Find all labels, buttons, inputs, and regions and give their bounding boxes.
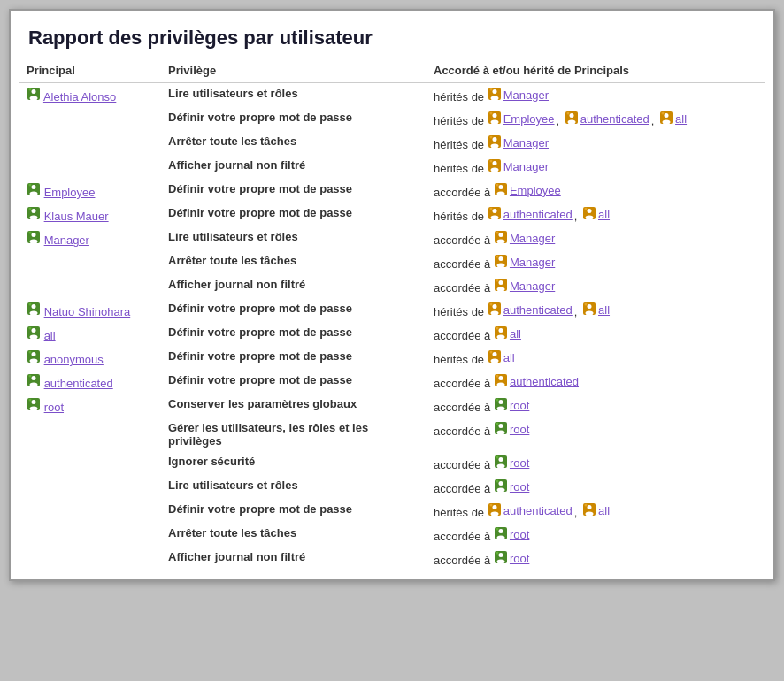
privilege-cell: Définir votre propre mot de passe xyxy=(161,370,427,394)
svg-point-131 xyxy=(496,528,498,531)
granted-link[interactable]: Manager xyxy=(503,88,549,102)
table-row: Afficher journal non filtréaccordée à ro… xyxy=(19,547,765,570)
granted-link[interactable]: Manager xyxy=(503,160,549,173)
privilege-text: Définir votre propre mot de passe xyxy=(168,182,352,195)
granted-link[interactable]: root xyxy=(510,423,529,436)
granted-link[interactable]: authenticated xyxy=(503,504,573,517)
granted-link[interactable]: Manager xyxy=(510,232,555,245)
granted-prefix: accordée à xyxy=(434,554,494,567)
svg-point-94 xyxy=(30,383,38,387)
granted-link[interactable]: root xyxy=(510,399,529,412)
svg-point-85 xyxy=(32,352,36,356)
svg-point-3 xyxy=(29,88,32,91)
granted-prefix: hérités de xyxy=(434,90,488,103)
svg-point-42 xyxy=(490,216,498,220)
table-row: Ignorer sécuritéaccordée à root xyxy=(19,451,765,475)
granted-link[interactable]: Manager xyxy=(510,256,555,269)
granted-link[interactable]: root xyxy=(510,528,529,541)
principal-link[interactable]: Alethia Alonso xyxy=(43,90,116,103)
granted-link[interactable]: root xyxy=(510,480,529,494)
principal-link[interactable]: Natuo Shinohara xyxy=(44,305,131,318)
principal-cell: Klaus Mauer xyxy=(19,203,161,226)
svg-point-89 xyxy=(492,352,496,356)
col-header-principal: Principal xyxy=(19,58,161,83)
svg-point-107 xyxy=(496,399,498,402)
principal-link[interactable]: authenticated xyxy=(44,377,113,390)
granted-link[interactable]: all xyxy=(510,327,521,340)
granted-prefix: hérités de xyxy=(434,114,488,127)
granted-link[interactable]: Employee xyxy=(510,184,561,197)
privilege-cell: Arrêter toute les tâches xyxy=(161,131,427,155)
svg-point-50 xyxy=(30,240,38,244)
principal-icon xyxy=(27,329,41,342)
user-icon xyxy=(494,182,508,199)
privilege-text: Définir votre propre mot de passe xyxy=(168,111,352,124)
granted-link[interactable]: authenticated xyxy=(503,303,573,317)
principal-cell xyxy=(19,499,161,523)
principal-icon xyxy=(27,401,41,414)
svg-point-34 xyxy=(496,192,504,196)
svg-point-46 xyxy=(586,216,594,220)
privilege-text: Définir votre propre mot de passe xyxy=(168,206,352,219)
svg-point-123 xyxy=(489,504,492,507)
page-title: Rapport des privilèges par utilisateur xyxy=(28,27,756,50)
granted-link[interactable]: authenticated xyxy=(510,375,579,388)
svg-point-35 xyxy=(496,184,498,187)
privilege-cell: Définir votre propre mot de passe xyxy=(161,346,427,370)
main-window: Rapport des privilèges par utilisateur P… xyxy=(9,9,775,581)
table-row: Gérer les utilisateurs, les rôles et les… xyxy=(19,417,765,451)
granted-link[interactable]: root xyxy=(510,456,529,470)
granted-link[interactable]: Employee xyxy=(503,112,555,126)
granted-link[interactable]: Manager xyxy=(510,279,555,293)
svg-point-67 xyxy=(29,303,32,306)
granted-cell: accordée à Manager xyxy=(427,226,765,250)
svg-point-78 xyxy=(30,335,38,340)
user-icon xyxy=(488,87,502,103)
principal-cell xyxy=(19,155,161,179)
svg-point-43 xyxy=(489,208,492,210)
granted-prefix: hérités de xyxy=(434,305,488,318)
user-icon xyxy=(494,373,508,390)
principal-icon xyxy=(27,210,41,223)
table-row: Définir votre propre mot de passehérités… xyxy=(19,107,765,131)
granted-prefix: accordée à xyxy=(434,186,494,199)
svg-point-125 xyxy=(588,505,592,509)
privilege-cell: Arrêter toute les tâches xyxy=(161,250,427,274)
granted-link[interactable]: all xyxy=(598,208,610,221)
principal-icon xyxy=(27,377,41,390)
granted-prefix: accordée à xyxy=(434,401,494,414)
principal-link[interactable]: root xyxy=(44,401,64,414)
svg-point-82 xyxy=(496,335,504,340)
principal-link[interactable]: Employee xyxy=(44,186,96,199)
principal-link[interactable]: Manager xyxy=(44,233,89,247)
granted-link[interactable]: Manager xyxy=(503,136,549,149)
user-icon xyxy=(494,421,508,438)
user-icon xyxy=(582,502,596,519)
svg-point-135 xyxy=(496,552,498,555)
principal-link[interactable]: anonymous xyxy=(44,353,104,366)
principal-cell: all xyxy=(19,322,161,346)
table-row: allDéfinir votre propre mot de passeacco… xyxy=(19,322,765,346)
granted-link[interactable]: all xyxy=(598,303,610,317)
granted-cell: accordée à Employee xyxy=(427,179,765,203)
granted-link[interactable]: all xyxy=(675,112,687,126)
principal-link[interactable]: Klaus Mauer xyxy=(44,210,109,223)
granted-link[interactable]: root xyxy=(510,552,529,565)
privilege-text: Définir votre propre mot de passe xyxy=(168,373,352,386)
table-row: Alethia AlonsoLire utilisateurs et rôles… xyxy=(19,83,765,108)
svg-point-93 xyxy=(32,376,36,380)
granted-link[interactable]: all xyxy=(503,351,515,364)
table-row: Arrêter toute les tâchesaccordée à Manag… xyxy=(19,250,765,274)
user-icon xyxy=(494,325,508,342)
user-icon xyxy=(494,254,508,271)
svg-point-37 xyxy=(32,209,36,213)
granted-link[interactable]: authenticated xyxy=(580,112,649,126)
principal-cell xyxy=(19,250,161,274)
privilege-cell: Afficher journal non filtré xyxy=(161,547,427,570)
svg-point-18 xyxy=(663,120,671,125)
granted-link[interactable]: all xyxy=(598,504,610,517)
granted-prefix: accordée à xyxy=(434,482,494,495)
user-icon xyxy=(488,502,502,519)
principal-link[interactable]: all xyxy=(44,329,56,342)
granted-link[interactable]: authenticated xyxy=(503,208,573,221)
